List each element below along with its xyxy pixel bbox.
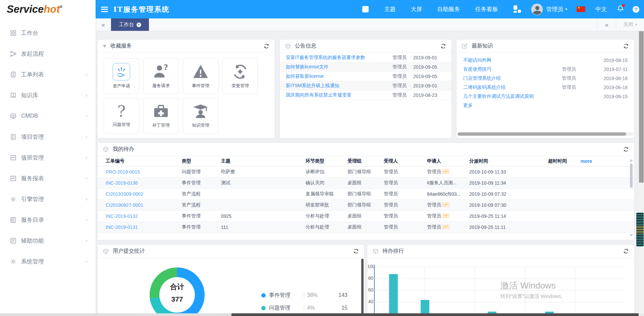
- legend-label: 事件管理: [269, 292, 304, 299]
- announcement-link[interactable]: 安装IT服务管理系统的服务器要求参数: [286, 55, 392, 61]
- scroll-up-icon[interactable]: [630, 157, 633, 162]
- knowledge-date: 2019-06-15: [595, 94, 628, 99]
- sidebar-item-service-report[interactable]: 服务报表 ‹: [0, 168, 96, 189]
- change-cycle-icon: [232, 63, 249, 80]
- column-header[interactable]: 受理组: [347, 158, 384, 164]
- table-row: INC-2019-0131 事件管理 111 分析与处理 桌面组 管理员 管理员…: [98, 222, 634, 233]
- panel-title: 我的待办: [113, 146, 134, 153]
- todos-panel: 我的待办 工单编号 类型 主题 环节类型 受理组 受理人 申请人 分派时间 超时…: [97, 142, 635, 240]
- legend-item[interactable]: 问题管理 4% 15: [261, 302, 347, 314]
- ticket-id-link[interactable]: INC-2019-0131: [106, 225, 182, 230]
- nav-self-service[interactable]: 自助服务: [437, 5, 460, 13]
- column-header[interactable]: 工单编号: [106, 158, 182, 164]
- column-header[interactable]: 环节类型: [306, 158, 347, 164]
- refresh-icon[interactable]: [440, 43, 446, 49]
- knowledge-list: 不能访问外网 2019-08-15 百度使用技巧 管理员 2019-07-11 …: [457, 53, 634, 101]
- avatar[interactable]: [531, 4, 543, 15]
- ticket-id-link[interactable]: INC-2019-0136: [106, 180, 182, 186]
- side-widget[interactable]: [636, 212, 644, 247]
- service-tile-service-request[interactable]: ? 服务请求: [143, 58, 179, 94]
- flag-icon[interactable]: ★: [577, 6, 585, 12]
- service-tile-knowledge-mgmt[interactable]: 知识管理: [183, 98, 218, 133]
- knowledge-link[interactable]: 几个主要软件调试方法及调试原则: [463, 93, 562, 100]
- nav-task-board[interactable]: 任务看板: [475, 5, 498, 13]
- scrollbar-thumb[interactable]: [458, 132, 626, 136]
- tabs-scroll-left-button[interactable]: «: [96, 18, 111, 31]
- ticket-id-link[interactable]: INC-2019-0132: [106, 213, 182, 219]
- ticket-id-link[interactable]: CI20190927-0001: [106, 202, 182, 208]
- sidebar-item-engine-mgmt[interactable]: 引擎管理 ‹: [0, 189, 96, 209]
- cube-icon: [103, 248, 109, 254]
- service-tile-asset-request[interactable]: 资产申请: [104, 58, 139, 94]
- sidebar-item-service-catalog[interactable]: 服务目录 ‹: [0, 209, 96, 230]
- nav-theme[interactable]: 主题: [384, 5, 395, 13]
- service-tile-patch-mgmt[interactable]: 补丁管理: [143, 98, 179, 133]
- sidebar-item-workbench[interactable]: 工作台: [0, 22, 96, 43]
- ticket-type: 事件管理: [182, 180, 221, 186]
- column-header[interactable]: 类型: [182, 158, 221, 164]
- refresh-icon[interactable]: [623, 43, 629, 49]
- ticket-applicant: 84ae860cf933...: [427, 191, 469, 197]
- announcement-link[interactable]: 新ITSM系统升级上线通知: [286, 83, 392, 89]
- refresh-icon[interactable]: [353, 248, 359, 254]
- tabs-scroll-right-button[interactable]: »: [597, 18, 616, 31]
- service-tile-change-mgmt[interactable]: 变更管理: [222, 58, 258, 94]
- rank-bar[interactable]: [389, 274, 398, 316]
- sidebar-item-system-mgmt[interactable]: 系统管理 ‹: [0, 251, 96, 272]
- bell-icon[interactable]: [617, 5, 624, 13]
- sidebar-item-knowledge-base[interactable]: 知识库 ‹: [0, 85, 96, 106]
- user-menu[interactable]: 管理员: [546, 5, 563, 13]
- sidebar-item-start-process[interactable]: 发起流程: [0, 43, 96, 64]
- sidebar-item-cmdb[interactable]: CMDB ‹: [0, 106, 96, 126]
- refresh-icon[interactable]: [623, 146, 629, 152]
- nav-big-screen[interactable]: 大屏: [411, 5, 422, 13]
- tab-workbench[interactable]: 工作台 ×: [111, 18, 149, 31]
- sidebar-item-project-mgmt[interactable]: 项目管理 ‹: [0, 126, 96, 147]
- legend-dot: [261, 306, 266, 310]
- service-tile-problem-mgmt[interactable]: ? 问题管理: [104, 98, 139, 133]
- scrollbar-thumb[interactable]: [639, 31, 644, 183]
- refresh-icon[interactable]: [264, 43, 269, 49]
- knowledge-link[interactable]: 百度使用技巧: [463, 66, 562, 72]
- language-switcher[interactable]: 中文: [595, 5, 607, 13]
- column-header[interactable]: 受理人: [384, 158, 427, 164]
- panel-scrollbar-thumb[interactable]: [361, 259, 364, 315]
- scrollbar-thumb[interactable]: [231, 313, 639, 316]
- scrollbar-thumb[interactable]: [630, 164, 633, 188]
- tab-close-icon[interactable]: ×: [137, 22, 141, 27]
- announcement-link[interactable]: 如何替换license文件: [286, 64, 392, 70]
- ticket-id-link[interactable]: CI20191009-0002: [106, 191, 182, 197]
- announcement-link[interactable]: 国庆期间所有系统禁止常规变更: [286, 92, 392, 98]
- announcement-author: 管理员: [392, 92, 413, 98]
- ticket-id-link[interactable]: PRO-2019-0015: [106, 169, 182, 175]
- announcement-author: 管理员: [392, 55, 413, 61]
- refresh-icon[interactable]: [623, 248, 629, 254]
- scroll-down-icon[interactable]: [630, 234, 633, 238]
- legend-item[interactable]: 事件管理 38% 143: [261, 289, 347, 302]
- service-tile-incident-mgmt[interactable]: 事件管理: [183, 58, 218, 94]
- sidebar-item-duty-mgmt[interactable]: 值班管理 ‹: [0, 147, 96, 168]
- column-header[interactable]: 主题: [221, 158, 306, 164]
- knowledge-row: 几个主要软件调试方法及调试原则 2019-06-15: [457, 92, 634, 101]
- widgets-icon[interactable]: [513, 5, 521, 13]
- brand-logo[interactable]: Servicehot®: [0, 0, 96, 18]
- knowledge-link[interactable]: 二维码发码系统介绍: [463, 84, 562, 90]
- hamburger-icon[interactable]: [101, 5, 108, 13]
- column-header[interactable]: 超时时间: [548, 158, 581, 164]
- knowledge-link[interactable]: 门店管理系统介绍: [463, 75, 562, 81]
- sidebar-item-aux-functions[interactable]: 辅助功能 ‹: [0, 230, 96, 251]
- knowledge-link[interactable]: 不能访问外网: [463, 57, 562, 63]
- fullscreen-icon[interactable]: [362, 6, 369, 12]
- knowledge-more-link[interactable]: 更多: [457, 101, 479, 110]
- knowledge-row: 百度使用技巧 管理员 2019-07-11: [457, 65, 634, 74]
- ticket-subject: 测试: [221, 180, 306, 186]
- announcement-link[interactable]: 如何获取新license: [286, 73, 392, 79]
- help-icon[interactable]: ?: [633, 6, 639, 13]
- close-tabs-dropdown[interactable]: 关闭 ▾: [616, 18, 644, 31]
- sidebar-item-ticket-list[interactable]: 工单列表 ‹: [0, 64, 96, 85]
- ticket-type: 事件管理: [182, 213, 221, 219]
- todos-more-link[interactable]: more: [581, 159, 624, 164]
- ticket-assignee: 管理员: [384, 191, 427, 197]
- column-header[interactable]: 申请人: [427, 158, 469, 164]
- column-header[interactable]: 分派时间: [469, 158, 548, 164]
